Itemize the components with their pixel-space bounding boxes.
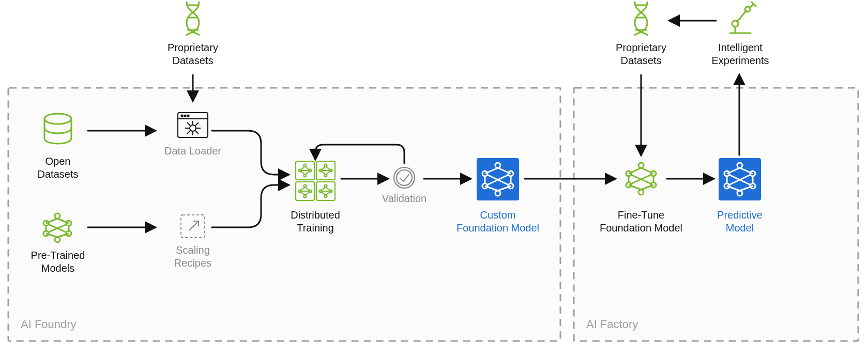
svg-line-15 [195,122,199,126]
custom-foundation-icon [477,158,519,200]
svg-point-8 [187,115,189,116]
network-icon [41,211,74,244]
custom-foundation-label: Custom Foundation Model [454,209,542,235]
distributed-training-icon [295,160,336,201]
svg-point-9 [190,125,196,131]
distributed-training-label: Distributed Training [287,209,344,235]
finetune-icon [622,160,660,197]
svg-line-16 [187,131,190,134]
diagram-root: AI Foundry AI Factory Proprietary Datase… [0,0,868,357]
svg-point-46 [397,170,412,185]
robot-arm-icon [723,0,758,37]
intelligent-experiments-label: Intelligent Experiments [708,41,772,67]
svg-point-29 [304,164,307,167]
svg-point-59 [638,163,644,168]
predictive-model-label: Predictive Model [713,209,766,235]
svg-point-18 [55,213,60,219]
svg-point-7 [184,115,186,116]
panel-factory-label: AI Factory [586,318,638,331]
finetune-label: Fine-Tune Foundation Model [598,209,684,235]
panel-foundry-label: AI Foundry [21,318,77,331]
svg-point-37 [304,185,307,188]
svg-point-36 [325,175,327,177]
open-datasets-label: Open Datasets [34,155,82,181]
svg-line-17 [195,131,199,134]
svg-point-44 [325,195,327,198]
predictive-model-icon [719,158,761,200]
svg-point-33 [325,164,327,167]
data-loader-icon [176,111,210,139]
svg-point-32 [304,175,307,177]
proprietary-datasets-1-label: Proprietary Datasets [163,41,222,67]
svg-point-3 [44,114,71,124]
scaling-recipes-label: Scaling Recipes [173,244,212,270]
validation-icon [392,165,417,190]
dna-icon [177,0,208,37]
svg-point-23 [55,237,60,242]
proprietary-datasets-2-label: Proprietary Datasets [612,41,671,67]
svg-line-14 [187,122,190,126]
svg-point-40 [304,195,307,198]
pretrained-models-label: Pre-Trained Models [29,249,87,275]
validation-label: Validation [382,192,427,205]
svg-point-64 [638,190,644,195]
data-loader-label: Data Loader [163,145,223,158]
dna-icon-2 [626,0,657,37]
scaling-recipes-icon [178,212,208,241]
database-icon [41,113,74,147]
svg-point-6 [181,115,182,116]
svg-point-41 [325,185,327,188]
